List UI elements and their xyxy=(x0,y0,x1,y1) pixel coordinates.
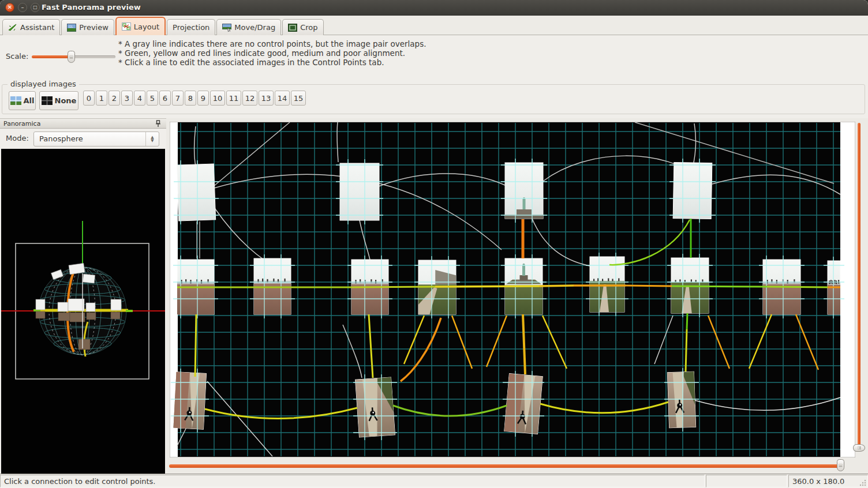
none-button-label: None xyxy=(55,96,77,105)
pano-image[interactable] xyxy=(173,372,206,430)
status-message: Click a connection to edit control point… xyxy=(0,475,705,487)
image-toggle-1[interactable]: 1 xyxy=(96,91,107,106)
app-window: ✕ – □ Fast Panorama preview AssistantGLP… xyxy=(0,0,868,488)
image-toggle-buttons: 0123456789101112131415 xyxy=(83,91,307,106)
resize-grip[interactable] xyxy=(859,479,867,487)
status-middle-cell xyxy=(706,475,787,487)
image-toggle-9[interactable]: 9 xyxy=(197,91,209,106)
tab-preview[interactable]: GLPreview xyxy=(61,19,114,35)
panosphere-preview[interactable] xyxy=(1,149,165,474)
panosphere-canvas xyxy=(1,149,165,474)
mode-spinner-icon[interactable]: ▲▼ xyxy=(145,132,159,146)
note-gray-line: * A gray line indicates there are no con… xyxy=(118,39,426,48)
tab-layout[interactable]: Layout xyxy=(115,17,166,35)
all-images-icon xyxy=(10,96,21,105)
image-toggle-8[interactable]: 8 xyxy=(185,91,196,106)
mode-select[interactable]: Panosphere ▲▼ xyxy=(33,132,159,147)
image-toggle-7[interactable]: 7 xyxy=(172,91,184,106)
all-button-label: All xyxy=(24,96,35,105)
image-toggle-5[interactable]: 5 xyxy=(147,91,158,106)
legend-notes: * A gray line indicates there are no con… xyxy=(118,39,426,67)
image-toggle-6[interactable]: 6 xyxy=(159,91,171,106)
pin-icon[interactable] xyxy=(155,120,162,127)
pano-image[interactable] xyxy=(340,163,379,220)
tab-label: Preview xyxy=(79,23,108,32)
image-toggle-0[interactable]: 0 xyxy=(83,91,95,106)
scale-label: Scale: xyxy=(6,52,28,61)
vertical-pan-thumb[interactable] xyxy=(853,444,865,452)
pano-image[interactable] xyxy=(177,164,215,221)
layout-main-area xyxy=(166,118,868,474)
window-title: Fast Panorama preview xyxy=(42,3,141,12)
side-panel-header: Panoramica xyxy=(0,118,166,129)
canvas-size-readout: 360.0 x 180.0 xyxy=(788,475,868,487)
image-toggle-2[interactable]: 2 xyxy=(108,91,120,106)
image-toggle-12[interactable]: 12 xyxy=(242,91,257,106)
title-bar[interactable]: ✕ – □ Fast Panorama preview xyxy=(0,0,868,16)
note-color-lines: * Green, yellow and red lines indicate g… xyxy=(118,48,426,58)
scale-slider-fill xyxy=(32,55,71,58)
minimize-button[interactable]: – xyxy=(18,3,27,12)
tab-bar: AssistantGLPreviewLayoutProjectionMove/D… xyxy=(0,16,868,35)
tab-crop[interactable]: Crop xyxy=(282,19,323,35)
vertical-pan-slider[interactable] xyxy=(858,123,860,452)
image-toggle-4[interactable]: 4 xyxy=(134,91,145,106)
scale-slider-track xyxy=(71,55,115,58)
horizontal-pan-slider[interactable] xyxy=(169,464,844,468)
tab-label: Layout xyxy=(134,22,159,31)
tab-assistant[interactable]: Assistant xyxy=(2,19,60,35)
image-toggle-11[interactable]: 11 xyxy=(226,91,241,106)
scale-slider[interactable] xyxy=(32,50,115,63)
image-toggle-10[interactable]: 10 xyxy=(210,91,225,106)
tab-projection[interactable]: Projection xyxy=(167,19,215,35)
pano-image[interactable] xyxy=(356,377,395,437)
tab-label: Assistant xyxy=(20,23,54,32)
scale-row: Scale: * A gray line indicates there are… xyxy=(0,35,868,84)
image-toggle-15[interactable]: 15 xyxy=(291,91,306,106)
tab-label: Move/Drag xyxy=(234,23,275,32)
tab-label: Crop xyxy=(300,23,317,32)
pano-image[interactable] xyxy=(505,163,543,219)
displayed-images-legend: displayed images xyxy=(8,80,79,88)
show-all-button[interactable]: All xyxy=(9,91,36,110)
status-bar: Click a connection to edit control point… xyxy=(0,474,868,488)
show-none-button[interactable]: None xyxy=(39,91,78,110)
mode-label: Mode: xyxy=(6,134,29,142)
displayed-images-group: displayed images All None 01234567891011… xyxy=(2,84,865,114)
preview-side-panel: Panoramica Mode: Panosphere ▲▼ xyxy=(0,118,166,474)
maximize-button[interactable]: □ xyxy=(31,3,40,12)
horizontal-pan-thumb[interactable] xyxy=(837,459,844,471)
pano-image[interactable] xyxy=(667,371,695,428)
scale-slider-thumb[interactable] xyxy=(68,51,75,63)
side-panel-title: Panoramica xyxy=(3,120,40,127)
no-images-icon xyxy=(42,96,53,105)
svg-text:GL: GL xyxy=(69,25,73,28)
mode-row: Mode: Panosphere ▲▼ xyxy=(0,129,166,149)
pano-image[interactable] xyxy=(673,162,712,219)
mode-selected-value: Panosphere xyxy=(39,134,83,143)
image-toggle-14[interactable]: 14 xyxy=(275,91,290,106)
layout-canvas[interactable] xyxy=(170,122,855,457)
tab-label: Projection xyxy=(173,23,209,32)
note-click-line: * Click a line to edit the associated im… xyxy=(118,58,426,67)
tab-move-drag[interactable]: Move/Drag xyxy=(216,19,281,35)
image-toggle-13[interactable]: 13 xyxy=(259,91,274,106)
close-button[interactable]: ✕ xyxy=(5,3,14,12)
image-toggle-3[interactable]: 3 xyxy=(121,91,133,106)
